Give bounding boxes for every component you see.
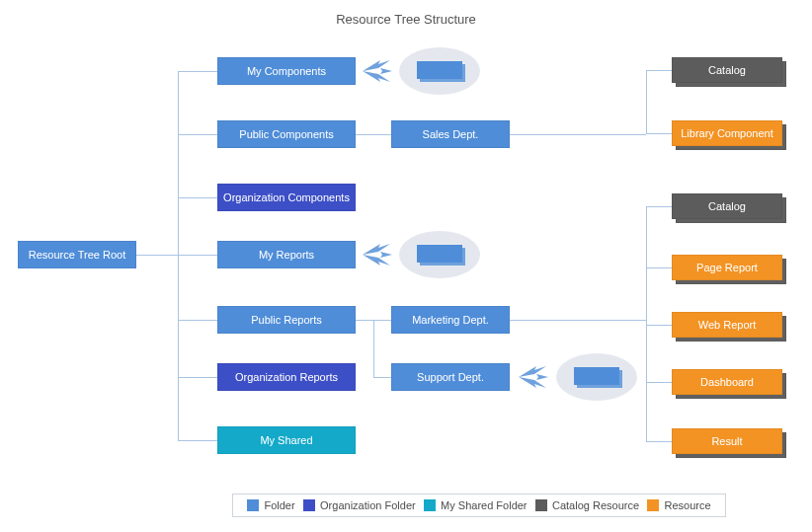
node-my-components: My Components: [217, 57, 356, 85]
ellipse-support-dept: [556, 353, 637, 401]
node-marketing-dept: Marketing Dept.: [391, 306, 510, 334]
node-my-reports: My Reports: [217, 241, 356, 268]
node-my-shared: My Shared: [217, 426, 356, 454]
node-organization-components: Organization Components: [217, 184, 356, 211]
node-sales-dept: Sales Dept.: [391, 120, 510, 148]
ellipse-my-components: [399, 47, 480, 95]
legend-resource: Resource: [647, 499, 710, 511]
ellipse-my-reports: [399, 231, 480, 278]
arrow-fan-icon: [358, 237, 397, 272]
node-organization-reports: Organization Reports: [217, 363, 356, 391]
node-public-components: Public Components: [217, 120, 356, 148]
mini-stack-icon: [417, 61, 462, 81]
mini-stack-icon: [574, 367, 619, 387]
arrow-fan-icon: [514, 359, 553, 395]
mini-stack-icon: [417, 245, 462, 265]
arrow-fan-icon: [358, 53, 397, 89]
node-support-dept: Support Dept.: [391, 363, 510, 391]
legend-my-shared: My Shared Folder: [424, 499, 527, 511]
legend: Folder Organization Folder My Shared Fol…: [232, 494, 726, 517]
diagram-title: Resource Tree Structure: [0, 12, 812, 27]
node-resource-tree-root: Resource Tree Root: [18, 241, 136, 268]
legend-org-folder: Organization Folder: [303, 499, 416, 511]
node-public-reports: Public Reports: [217, 306, 356, 334]
legend-catalog-resource: Catalog Resource: [535, 499, 639, 511]
legend-folder: Folder: [247, 499, 294, 511]
